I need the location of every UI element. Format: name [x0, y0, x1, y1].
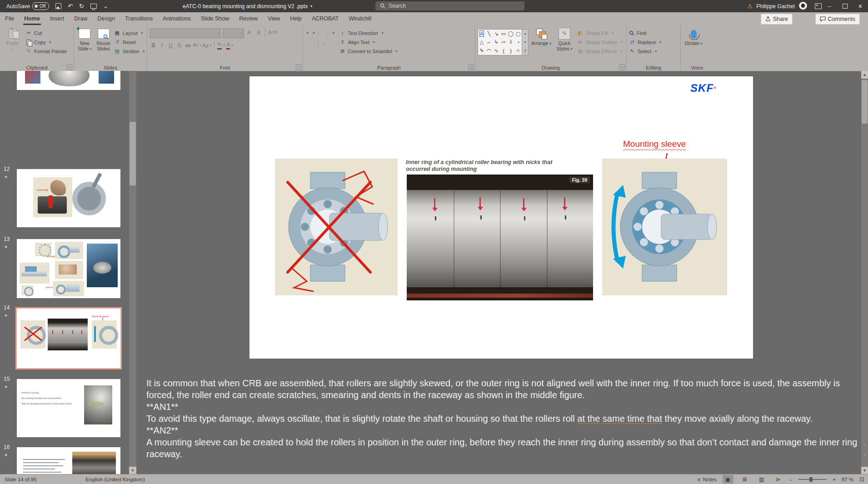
character-spacing-button[interactable]: AV	[193, 41, 201, 50]
new-slide-button[interactable]: + New Slide	[76, 27, 93, 52]
shape-block-arrow-right[interactable]: ⇨	[501, 39, 505, 45]
account-name[interactable]: Philippe Gachet	[756, 3, 795, 10]
comments-button[interactable]: Comments	[815, 14, 860, 25]
font-name-combo[interactable]	[150, 28, 221, 38]
line-spacing-button[interactable]	[331, 30, 334, 35]
slide-show-button[interactable]: ⊳	[773, 475, 784, 484]
clipboard-dialog-launcher[interactable]: ↘	[67, 65, 72, 70]
slide-sorter-view-button[interactable]: ⊞	[739, 475, 750, 484]
tab-file[interactable]: File	[0, 12, 19, 25]
shapes-gallery[interactable]: A ╲ ↘ ▭ ◯ ▢ △ ⌐ ↳ ⇨ ⇩ ◔ ✎ ◠ ∿ { }	[478, 29, 522, 55]
zoom-in-button[interactable]: +	[833, 477, 836, 482]
minimize-button[interactable]: –	[822, 0, 837, 12]
columns-button[interactable]	[322, 41, 325, 46]
document-title[interactable]: eATC-0 bearing mounting and dismounting …	[183, 0, 312, 12]
gallery-down-icon[interactable]: ▾	[524, 40, 526, 44]
format-painter-button[interactable]: ✎Format Painter	[25, 47, 67, 55]
change-case-button[interactable]: Aa	[202, 41, 211, 50]
tab-acrobat[interactable]: ACROBAT	[307, 12, 344, 25]
shape-arc[interactable]: ◠	[487, 48, 491, 54]
fit-slide-button[interactable]: ⊡	[859, 476, 864, 483]
copy-button[interactable]: Copy	[25, 38, 67, 46]
tab-draw[interactable]: Draw	[69, 12, 92, 25]
tab-view[interactable]: View	[263, 12, 285, 25]
shrink-font-button[interactable]: Aˇ	[255, 28, 263, 37]
redo-button[interactable]: ↻	[79, 3, 84, 9]
thumbnail-slide-15[interactable]: Avoid dry mounting Dry mounting increase…	[17, 379, 120, 437]
drawing-dialog-launcher[interactable]: ↘	[619, 65, 625, 70]
numbering-button[interactable]	[312, 30, 315, 35]
underline-button[interactable]: U	[167, 41, 175, 50]
shape-block-arrow-down[interactable]: ⇩	[509, 39, 513, 45]
thumbnail-scroll-down-button[interactable]: ▼	[129, 467, 136, 474]
align-text-button[interactable]: ⇳Align Text	[339, 38, 398, 46]
tab-insert[interactable]: Insert	[45, 12, 69, 25]
scroll-up-button[interactable]: ▲	[861, 71, 868, 79]
quick-styles-button[interactable]: ✎ Quick Styles	[554, 27, 575, 52]
nicked-inner-ring-photo[interactable]: Fig. 39	[407, 175, 593, 300]
autosave-toggle[interactable]: AutoSave Off	[6, 2, 49, 10]
text-direction-button[interactable]: ↕Text Direction	[339, 29, 398, 37]
shape-elbow-arrow[interactable]: ↳	[494, 39, 498, 45]
notes-toggle-button[interactable]: ≡ Notes	[698, 477, 717, 482]
paste-button[interactable]: Paste ▾	[2, 27, 23, 52]
text-shadow-button[interactable]: S	[175, 41, 183, 50]
thumbnail-scrollbar[interactable]: ▼	[129, 71, 136, 474]
tab-windchill[interactable]: Windchill	[344, 12, 376, 25]
tab-design[interactable]: Design	[92, 12, 120, 25]
convert-smartart-button[interactable]: ⊞Convert to SmartArt	[339, 47, 398, 55]
arrange-button[interactable]: Arrange	[531, 27, 552, 46]
shape-elbow[interactable]: ⌐	[488, 40, 490, 45]
layout-button[interactable]: ▦Layout	[114, 29, 145, 37]
shape-curve[interactable]: ∿	[494, 48, 498, 54]
shape-rounded-rectangle[interactable]: ▢	[516, 31, 520, 37]
thumbnail-scrollbar-thumb[interactable]	[130, 122, 136, 185]
warning-icon[interactable]: ⚠	[748, 3, 753, 10]
bullets-button[interactable]	[305, 30, 309, 35]
next-slide-button[interactable]: ⌄	[861, 450, 868, 458]
customize-quick-access-button[interactable]: ⌄	[103, 3, 108, 9]
reuse-slides-button[interactable]: Reuse Slides	[95, 27, 111, 51]
shape-triangle[interactable]: △	[480, 39, 484, 45]
incorrect-mounting-illustration[interactable]	[275, 159, 398, 295]
avatar[interactable]	[798, 2, 808, 11]
shape-oval[interactable]: ◯	[508, 31, 514, 37]
close-button[interactable]: ✕	[853, 0, 868, 12]
gallery-more-icon[interactable]: ⊽	[524, 49, 526, 53]
section-button[interactable]: ▤Section	[114, 47, 145, 55]
tab-help[interactable]: Help	[285, 12, 307, 25]
dictate-button[interactable]: Dictate	[683, 27, 704, 46]
zoom-level[interactable]: 87 %	[842, 477, 853, 482]
reset-button[interactable]: ↺Reset	[114, 38, 145, 46]
scroll-down-button[interactable]: ▼	[861, 467, 868, 474]
font-size-combo[interactable]	[223, 28, 244, 38]
thumbnail-slide-11[interactable]	[17, 71, 120, 90]
tab-transitions[interactable]: Transitions	[120, 12, 158, 25]
tab-animations[interactable]: Animations	[158, 12, 196, 25]
shape-scribble[interactable]: ✎	[479, 48, 484, 54]
select-button[interactable]: ↖Select	[629, 47, 661, 55]
thumbnail-slide-12[interactable]: Lift the shaft	[17, 169, 120, 227]
clear-formatting-button[interactable]: A⌫	[265, 28, 277, 37]
editor-suggestion-phrase[interactable]: at the same time that	[577, 414, 662, 424]
shape-rectangle[interactable]: ▭	[501, 31, 506, 37]
undo-button[interactable]: ↶	[68, 3, 73, 9]
scrollbar-thumb[interactable]	[862, 80, 868, 124]
vertical-scrollbar[interactable]: ▲ ⌃ ⌄ ▼	[861, 71, 868, 474]
slide-canvas[interactable]: SKF® Mounting sleeve Inner ring of a cyl…	[249, 76, 753, 359]
mounting-sleeve-annotation[interactable]: Mounting sleeve	[623, 139, 686, 149]
zoom-slider-thumb[interactable]	[809, 477, 813, 482]
cut-button[interactable]: ✂Cut	[25, 29, 67, 37]
reading-view-button[interactable]: ▥	[756, 475, 767, 484]
tab-review[interactable]: Review	[234, 12, 263, 25]
save-button[interactable]	[55, 3, 61, 9]
tab-slide-show[interactable]: Slide Show	[196, 12, 234, 25]
font-color-button[interactable]: A	[226, 41, 234, 50]
shape-line[interactable]: ╲	[488, 31, 491, 37]
shape-effects-button[interactable]: ▧Shape Effects	[577, 47, 623, 55]
shape-outline-button[interactable]: ▱Shape Outline	[577, 38, 623, 46]
zoom-slider[interactable]	[798, 479, 827, 480]
font-dialog-launcher[interactable]: ↘	[296, 65, 301, 70]
strikethrough-button[interactable]: ab	[184, 41, 192, 50]
shape-right-brace[interactable]: }	[510, 48, 512, 54]
